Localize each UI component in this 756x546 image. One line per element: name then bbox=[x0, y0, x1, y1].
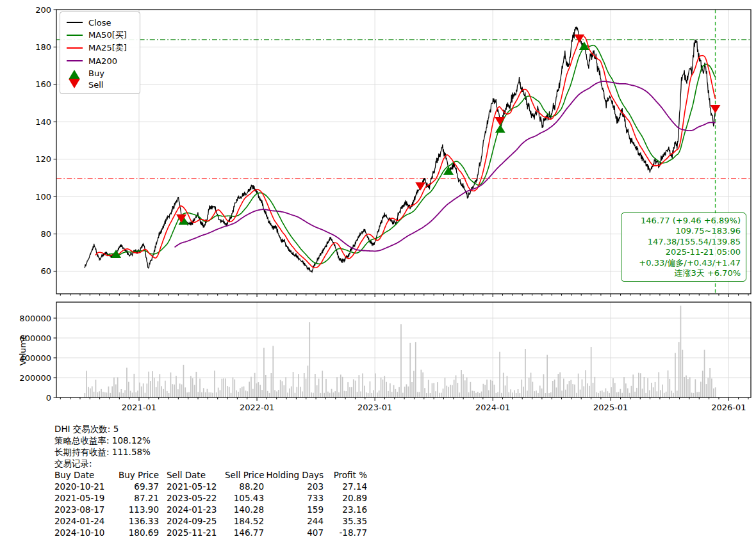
volume-bar bbox=[342, 377, 343, 397]
x-tick-label: 2024-01 bbox=[475, 403, 510, 412]
volume-bar bbox=[276, 392, 277, 398]
volume-bar bbox=[186, 392, 188, 397]
volume-bar bbox=[282, 381, 283, 398]
volume-bar bbox=[135, 392, 136, 397]
volume-bar bbox=[132, 392, 133, 397]
volume-bar bbox=[486, 380, 488, 397]
volume-bar bbox=[563, 379, 564, 398]
volume-bar bbox=[419, 392, 420, 397]
volume-bar bbox=[678, 342, 680, 397]
table-cell: 136.33 bbox=[115, 515, 159, 527]
volume-bar bbox=[634, 392, 636, 397]
x-tick-label: 2023-01 bbox=[357, 403, 392, 412]
table-cell: 184.52 bbox=[225, 515, 266, 527]
trade-count-line: DHI 交易次数: 5 bbox=[54, 423, 368, 435]
volume-bar bbox=[614, 383, 616, 397]
volume-bar bbox=[258, 382, 259, 397]
volume-bar bbox=[223, 378, 224, 397]
volume-bar bbox=[351, 387, 352, 397]
volume-bar bbox=[347, 382, 349, 397]
table-cell: 2025-11-21 bbox=[159, 527, 225, 538]
volume-bar bbox=[655, 382, 656, 397]
volume-bar bbox=[484, 385, 486, 397]
table-header: Buy Price bbox=[115, 469, 159, 481]
volume-bar bbox=[715, 387, 716, 397]
sell-marker bbox=[495, 117, 505, 125]
volume-bar bbox=[422, 373, 423, 397]
volume-bar bbox=[417, 392, 418, 397]
volume-bar bbox=[644, 377, 645, 397]
info-bias: +0.33/偏多/+0.43/+1.47 bbox=[627, 258, 741, 268]
volume-bar bbox=[532, 382, 534, 398]
volume-bar bbox=[454, 380, 455, 397]
volume-bar bbox=[456, 375, 457, 397]
volume-bar bbox=[234, 380, 235, 397]
table-cell: 27.14 bbox=[326, 481, 368, 492]
table-cell: 140.28 bbox=[225, 504, 266, 515]
volume-bar bbox=[684, 377, 685, 397]
volume-bar bbox=[130, 391, 131, 398]
volume-bar bbox=[320, 393, 322, 397]
table-cell: 2021-05-12 bbox=[159, 481, 225, 492]
volume-bar bbox=[611, 387, 612, 397]
volume-bar bbox=[582, 380, 583, 397]
strategy-return-line: 策略总收益率: 108.12% bbox=[54, 435, 368, 446]
volume-bar bbox=[97, 392, 99, 397]
legend-item-ma25: MA25[卖] bbox=[67, 42, 133, 54]
volume-bar bbox=[640, 373, 641, 397]
x-tick-label: 2021-01 bbox=[122, 403, 156, 412]
volume-bar bbox=[287, 392, 288, 397]
table-cell: 20.89 bbox=[326, 492, 368, 504]
volume-bar bbox=[265, 375, 267, 397]
volume-bar bbox=[602, 390, 603, 397]
volume-bar bbox=[539, 386, 541, 398]
volume-bar bbox=[565, 390, 566, 397]
volume-bar bbox=[143, 383, 144, 397]
volume-bar bbox=[490, 380, 491, 397]
volume-bar bbox=[670, 379, 671, 397]
volume-bar bbox=[306, 379, 307, 398]
table-header: Sell Price bbox=[225, 469, 266, 481]
volume-bar bbox=[559, 373, 561, 397]
trade-records-table: Buy DateBuy PriceSell DateSell PriceHold… bbox=[54, 469, 368, 538]
volume-bar bbox=[538, 393, 539, 397]
x-tick-label: 2026-01 bbox=[711, 403, 746, 412]
volume-bar bbox=[696, 392, 698, 397]
volume-bar bbox=[325, 379, 327, 397]
volume-bar bbox=[152, 371, 153, 397]
volume-bar bbox=[421, 370, 422, 397]
volume-bar bbox=[197, 392, 199, 397]
volume-bar bbox=[272, 346, 274, 397]
volume-bar bbox=[261, 390, 263, 397]
volume-bar bbox=[85, 393, 86, 397]
volume-bar bbox=[677, 390, 678, 397]
buy-marker bbox=[495, 124, 505, 132]
volume-bar bbox=[388, 391, 389, 397]
volume-bar bbox=[274, 390, 275, 397]
close-line-swatch bbox=[67, 22, 83, 23]
volume-bar bbox=[523, 387, 524, 397]
volume-bar bbox=[545, 393, 546, 397]
volume-bar bbox=[629, 393, 630, 397]
volume-bar bbox=[541, 389, 543, 397]
volume-bar bbox=[101, 389, 102, 397]
volume-bar bbox=[464, 380, 466, 397]
volume-bar bbox=[536, 390, 537, 397]
volume-bar bbox=[402, 393, 404, 397]
volume-bar bbox=[338, 392, 340, 397]
volume-bar bbox=[128, 382, 129, 397]
volume-bar bbox=[520, 393, 521, 397]
volume-bar bbox=[386, 382, 387, 397]
ma25-line-swatch bbox=[67, 47, 83, 49]
volume-bar bbox=[375, 373, 376, 397]
volume-bar bbox=[106, 392, 108, 397]
volume-bar bbox=[377, 392, 378, 397]
volume-bar bbox=[567, 384, 568, 397]
volume-bar bbox=[214, 371, 215, 397]
volume-bar bbox=[291, 387, 292, 397]
volume-bar bbox=[604, 392, 605, 398]
volume-bar bbox=[284, 385, 285, 397]
volume-bar bbox=[548, 393, 550, 397]
table-cell: 35.35 bbox=[326, 515, 368, 527]
volume-bar bbox=[311, 392, 312, 397]
